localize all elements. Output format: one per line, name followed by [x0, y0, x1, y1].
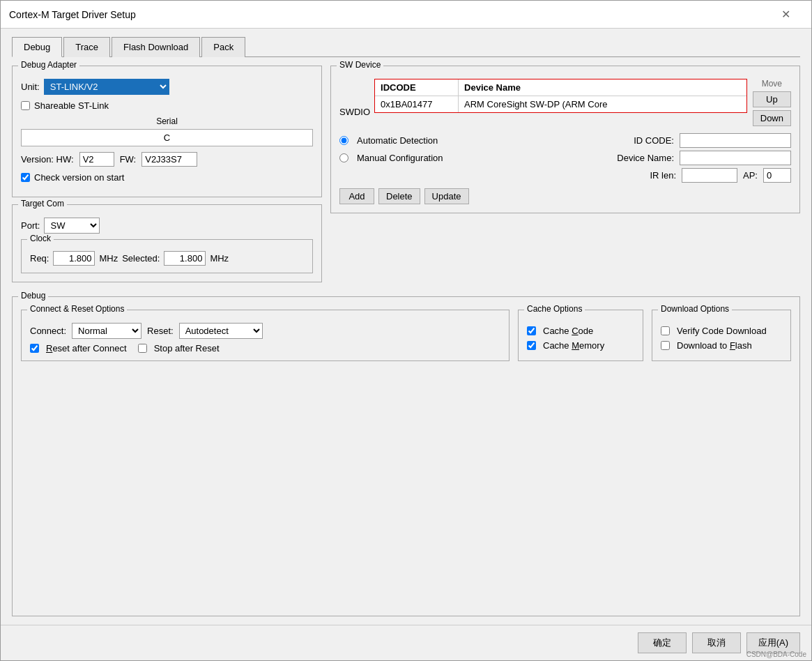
- ap-label: AP:: [743, 170, 758, 181]
- req-input[interactable]: [53, 251, 95, 266]
- verify-code-checkbox[interactable]: [661, 326, 670, 335]
- download-to-flash-item: Download to Flash: [661, 340, 782, 351]
- req-unit: MHz: [99, 253, 118, 264]
- cache-memory-item: Cache Memory: [527, 340, 634, 351]
- port-select[interactable]: SW JTAG: [44, 218, 100, 234]
- id-code-input[interactable]: [680, 133, 791, 148]
- unit-row: Unit: ST-LINK/V2: [21, 79, 313, 95]
- unit-label: Unit:: [21, 82, 40, 92]
- sw-table-area: SWDIO IDCODE Device Name 0x1BA01477 ARM …: [339, 79, 747, 117]
- col-header-devname: Device Name: [459, 79, 746, 96]
- move-buttons: Move Up Down: [753, 79, 791, 126]
- auto-detect-label: Automatic Detection: [357, 135, 438, 146]
- unit-select[interactable]: ST-LINK/V2: [44, 79, 169, 95]
- fw-label: FW:: [120, 154, 137, 165]
- footer: 确定 取消 应用(A): [1, 625, 811, 660]
- cache-memory-checkbox[interactable]: [527, 341, 536, 350]
- connect-label: Connect:: [30, 326, 66, 336]
- debug-adapter-label: Debug Adapter: [18, 60, 79, 70]
- cache-code-checkbox[interactable]: [527, 326, 536, 335]
- detection-area: Automatic Detection ID CODE: Manual Conf…: [339, 133, 791, 204]
- device-name-label: Device Name:: [617, 153, 674, 163]
- hw-input[interactable]: [79, 152, 114, 167]
- cache-code-label: Cache Code: [543, 326, 593, 336]
- sw-device-label: SW Device: [337, 60, 383, 70]
- reset-label: Reset:: [147, 326, 174, 336]
- ir-len-row: IR len: AP:: [339, 168, 791, 183]
- connect-reset-group: Connect & Reset Options Connect: Normal …: [21, 310, 510, 361]
- selected-input[interactable]: [164, 251, 206, 266]
- shareable-checkbox[interactable]: [21, 101, 30, 110]
- manual-config-radio[interactable]: [339, 153, 348, 162]
- cache-options-label: Cache Options: [524, 304, 585, 314]
- verify-code-item: Verify Code Download: [661, 326, 782, 336]
- ir-len-label: IR len:: [650, 170, 676, 181]
- down-button[interactable]: Down: [753, 110, 791, 126]
- debug-adapter-group: Debug Adapter Unit: ST-LINK/V2 Shareable…: [12, 66, 322, 197]
- tab-debug[interactable]: Debug: [12, 37, 62, 57]
- clock-group: Clock Req: MHz Selected: MHz: [21, 239, 313, 273]
- delete-button[interactable]: Delete: [378, 188, 420, 204]
- debug-section-label: Debug: [18, 291, 48, 301]
- ok-button[interactable]: 确定: [638, 632, 687, 653]
- debug-bottom-group: Debug Connect & Reset Options Connect: N…: [12, 296, 800, 616]
- update-button[interactable]: Update: [424, 188, 469, 204]
- close-button[interactable]: ✕: [768, 6, 803, 22]
- main-window: Cortex-M Target Driver Setup ✕ Debug Tra…: [0, 0, 812, 661]
- serial-label: Serial: [21, 116, 313, 126]
- cancel-button[interactable]: 取消: [692, 632, 741, 653]
- cache-options-group: Cache Options Cache Code Cache Memory: [518, 310, 643, 361]
- left-panel: Debug Adapter Unit: ST-LINK/V2 Shareable…: [12, 66, 322, 289]
- connect-reset-label: Connect & Reset Options: [27, 304, 127, 314]
- device-name-input[interactable]: [680, 151, 791, 165]
- main-area: Debug Adapter Unit: ST-LINK/V2 Shareable…: [12, 66, 800, 289]
- tab-trace[interactable]: Trace: [63, 37, 110, 57]
- col-header-idcode: IDCODE: [375, 79, 459, 96]
- shareable-row: Shareable ST-Link: [21, 100, 313, 111]
- content-area: Debug Trace Flash Download Pack Debug Ad…: [1, 29, 811, 625]
- stop-after-reset-checkbox[interactable]: [138, 344, 147, 353]
- connect-select[interactable]: Normal Connect under Reset: [72, 323, 141, 339]
- copyright-text: CSDN@BDA-Code: [746, 651, 806, 658]
- download-options-label: Download Options: [658, 304, 732, 314]
- swdio-label: SWDIO: [339, 79, 370, 117]
- title-bar: Cortex-M Target Driver Setup ✕: [1, 1, 811, 29]
- manual-config-label: Manual Configuration: [357, 153, 443, 163]
- move-label: Move: [753, 79, 791, 89]
- reset-select[interactable]: Autodetect SYSRESETREQ VECTRESET Hardwar…: [179, 323, 263, 339]
- req-label: Req:: [30, 253, 49, 264]
- reset-after-connect-item: Reset after Connect: [30, 343, 127, 354]
- version-row: Version: HW: FW:: [21, 152, 313, 167]
- table-row[interactable]: 0x1BA01477 ARM CoreSight SW-DP (ARM Core: [375, 96, 746, 112]
- bottom-row: Connect & Reset Options Connect: Normal …: [21, 310, 791, 361]
- verify-code-label: Verify Code Download: [677, 326, 767, 336]
- add-button[interactable]: Add: [339, 188, 374, 204]
- cache-code-item: Cache Code: [527, 326, 634, 336]
- clock-label: Clock: [27, 234, 54, 243]
- right-panel: SW Device SWDIO IDCODE Device Name 0x1BA…: [330, 66, 800, 289]
- download-options-group: Download Options Verify Code Download Do…: [652, 310, 791, 361]
- check-version-checkbox[interactable]: [21, 173, 30, 182]
- fw-input[interactable]: [141, 152, 197, 167]
- clock-row: Req: MHz Selected: MHz: [30, 251, 304, 266]
- reset-after-connect-checkbox[interactable]: [30, 344, 39, 353]
- tab-flash-download[interactable]: Flash Download: [112, 37, 200, 57]
- ir-len-input[interactable]: [682, 168, 737, 183]
- stop-after-reset-item: Stop after Reset: [138, 343, 220, 354]
- auto-detect-radio[interactable]: [339, 136, 348, 145]
- reset-after-connect-label: Reset after Connect: [46, 343, 127, 354]
- serial-value: C: [164, 132, 170, 143]
- ap-input[interactable]: [763, 168, 791, 183]
- target-com-label: Target Com: [18, 199, 67, 208]
- download-to-flash-label: Download to Flash: [677, 340, 752, 351]
- check-version-label: Check version on start: [34, 172, 124, 183]
- window-title: Cortex-M Target Driver Setup: [9, 9, 136, 20]
- check-version-row: Check version on start: [21, 172, 313, 183]
- col-idcode: 0x1BA01477: [375, 96, 459, 112]
- up-button[interactable]: Up: [753, 91, 791, 107]
- tab-pack[interactable]: Pack: [201, 37, 245, 57]
- download-to-flash-checkbox[interactable]: [661, 341, 670, 350]
- sw-device-table-area: SWDIO IDCODE Device Name 0x1BA01477 ARM …: [339, 79, 791, 126]
- cache-memory-label: Cache Memory: [543, 340, 604, 351]
- target-com-group: Target Com Port: SW JTAG Clock Req:: [12, 204, 322, 282]
